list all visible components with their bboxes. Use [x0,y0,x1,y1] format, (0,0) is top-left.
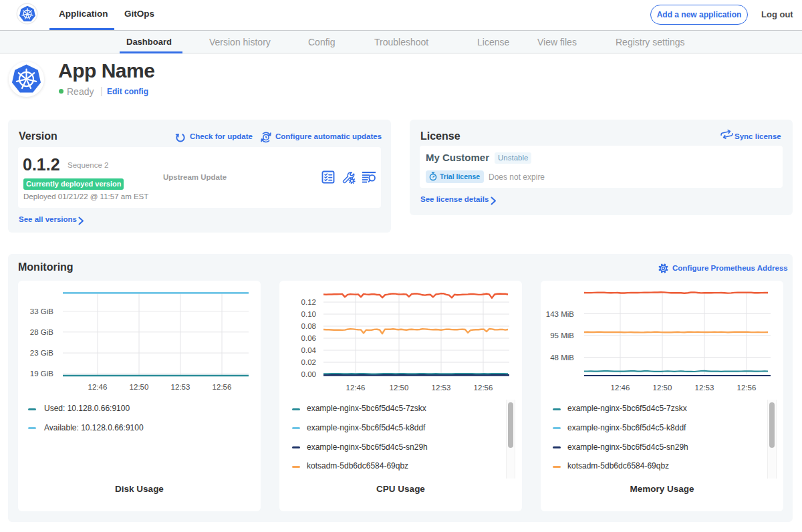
svg-text:0.08: 0.08 [301,322,316,330]
svg-text:12:50: 12:50 [653,384,672,392]
svg-text:12:53: 12:53 [432,384,451,392]
svg-text:12:53: 12:53 [171,383,190,391]
svg-text:28 GiB: 28 GiB [30,328,53,336]
svg-text:19 GiB: 19 GiB [30,370,53,378]
svg-text:12:46: 12:46 [88,383,108,391]
svg-text:33 GiB: 33 GiB [30,307,53,315]
svg-text:12:46: 12:46 [611,384,630,392]
svg-text:0.10: 0.10 [301,310,316,318]
svg-text:23 GiB: 23 GiB [30,349,53,357]
svg-text:12:50: 12:50 [390,384,409,392]
svg-text:12:50: 12:50 [130,383,149,391]
svg-text:0.12: 0.12 [301,298,316,306]
svg-text:12:56: 12:56 [213,383,232,391]
svg-text:12:53: 12:53 [695,384,714,392]
svg-text:143 MiB: 143 MiB [546,310,575,318]
svg-text:0.06: 0.06 [301,334,316,342]
svg-text:0.00: 0.00 [301,370,316,378]
svg-text:12:56: 12:56 [474,384,493,392]
svg-text:12:56: 12:56 [737,384,757,392]
svg-text:0.02: 0.02 [301,358,316,366]
svg-text:48 MiB: 48 MiB [550,354,574,362]
svg-text:12:46: 12:46 [346,384,366,392]
svg-text:0.04: 0.04 [301,346,317,354]
svg-text:95 MiB: 95 MiB [550,331,574,340]
